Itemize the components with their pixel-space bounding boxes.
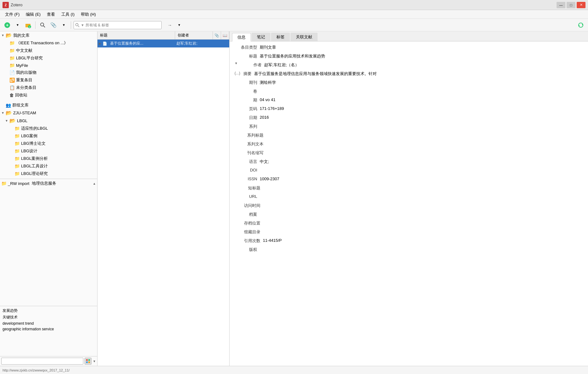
volume-value[interactable] xyxy=(260,88,583,95)
call-number-label: 引用次数 xyxy=(235,237,263,244)
tag-item-geo-info[interactable]: geographic information service xyxy=(1,326,96,332)
tag-color-button[interactable] xyxy=(85,358,92,365)
tree-item-myfile[interactable]: 📁 MyFile xyxy=(0,62,97,69)
tree-label-publications: 我的出版物 xyxy=(16,70,36,75)
tree-item-lbgl-theory[interactable]: 📁 LBGL理论研究 xyxy=(0,170,97,177)
title-value[interactable]: 基于位置服务的应用技术和发展趋势 xyxy=(260,53,583,60)
maximize-button[interactable]: □ xyxy=(567,2,575,8)
tree-item-lbgl-platform[interactable]: 📁 LBGL平台研究 xyxy=(0,54,97,62)
field-doi: DOI xyxy=(235,167,583,174)
new-item-button[interactable]: + xyxy=(3,21,12,30)
minimize-button[interactable]: — xyxy=(557,2,565,8)
tag-search-bar: ▼ xyxy=(0,356,97,366)
call-number-value[interactable]: 11-4415/P xyxy=(263,237,583,244)
tree-item-publications[interactable]: 📄 我的出版物 xyxy=(0,69,97,76)
tree-label-lbgl-platform: LBGL平台研究 xyxy=(16,55,43,61)
list-item-1[interactable]: ▶ 📄 基于位置服务的应... 赵军;车红岩; xyxy=(97,40,229,48)
access-date-value[interactable] xyxy=(263,202,583,209)
date-value[interactable]: 2016 xyxy=(260,114,583,121)
menu-help[interactable]: 帮助 (H) xyxy=(78,11,98,18)
issn-label: ISSN xyxy=(235,176,260,183)
abstract-value[interactable]: 基于位置服务是地理信息应用与服务领域快速发展的重要技术。针对 xyxy=(254,70,583,77)
field-call-number: 引用次数 11-4415/P xyxy=(235,237,583,244)
field-rights: 版权 xyxy=(235,246,583,253)
doi-value[interactable] xyxy=(260,167,583,174)
my-library-root[interactable]: ▼ 📂 我的文库 xyxy=(0,31,97,39)
expand-arrow: ▼ xyxy=(1,34,6,37)
new-collection-button[interactable]: + xyxy=(23,21,33,30)
pages-value[interactable]: 171-176+189 xyxy=(260,106,583,112)
url-value[interactable] xyxy=(260,193,583,200)
tree-item-lbgl-cases[interactable]: 📁 LBGL案例分析 xyxy=(0,155,97,162)
tree-item-duplicates[interactable]: 🔁 重复条目 xyxy=(0,76,97,84)
tree-item-trash[interactable]: 🗑 回收站 xyxy=(0,91,97,99)
col-header-creator[interactable]: 创建者 xyxy=(175,31,213,39)
attach-button[interactable]: 📎 xyxy=(49,21,58,30)
find-button[interactable] xyxy=(38,21,47,30)
series-text-value[interactable] xyxy=(266,141,583,148)
tab-info[interactable]: 信息 xyxy=(232,33,251,41)
col-header-title[interactable]: 标题 xyxy=(97,31,175,39)
main-layout: ▼ 📂 我的文库 📁 《IEEE Transactions on ...》 📁 … xyxy=(0,31,588,366)
language-value[interactable]: 中文; xyxy=(260,158,583,165)
series-value[interactable] xyxy=(260,123,583,130)
archive-label: 档案 xyxy=(235,211,260,218)
nav-dropdown[interactable]: ▼ xyxy=(175,21,184,30)
zju-steam-root[interactable]: ▼ 📂 ZJU-STEAM xyxy=(0,109,97,117)
menu-view[interactable]: 查看 xyxy=(44,11,58,18)
close-button[interactable]: ✕ xyxy=(577,2,585,8)
window-controls: — □ ✕ xyxy=(557,2,585,8)
library-catalog-value[interactable] xyxy=(263,229,583,236)
tree-item-lbgl-tools[interactable]: 📁 LBGL工具设计 xyxy=(0,162,97,170)
journal-abbr-value[interactable] xyxy=(266,149,583,156)
rw-import-group[interactable]: 📁 _RW import 地理信息服务 xyxy=(0,180,58,187)
tag-item-dev-trend[interactable]: development trend xyxy=(1,321,96,326)
tag-item-key-tech[interactable]: 关键技术 xyxy=(1,314,96,321)
tab-related[interactable]: 关联文献 xyxy=(291,33,318,41)
tree-label-trash: 回收站 xyxy=(15,92,27,98)
item-type-value[interactable]: 期刊文章 xyxy=(260,44,583,51)
issue-value[interactable]: 04 vo 41 xyxy=(260,97,583,104)
rights-value[interactable] xyxy=(260,246,583,253)
new-item-dropdown[interactable]: ▼ xyxy=(13,21,22,30)
tree-item-unsorted[interactable]: 📋 未分类条目 xyxy=(0,84,97,91)
tree-item-chinese[interactable]: 📁 中文文献 xyxy=(0,47,97,54)
list-header: 标题 创建者 📎 📖 xyxy=(97,31,229,40)
tree-item-lbg-cases[interactable]: 📁 LBG案例 xyxy=(0,132,97,140)
scroll-down-arrow[interactable]: ▼ xyxy=(93,360,96,363)
tree-item-lbg-phd[interactable]: 📁 LBG博士论文 xyxy=(0,140,97,147)
attach-dropdown[interactable]: ▼ xyxy=(59,21,68,30)
tree-item-adaptive-lbgl[interactable]: 📁 适应性的LBGL xyxy=(0,125,97,132)
journal-value[interactable]: 测绘科学 xyxy=(260,79,583,86)
author-value[interactable]: 赵军;车红岩;（名） xyxy=(264,62,583,68)
search-input[interactable] xyxy=(86,23,160,27)
short-title-value[interactable] xyxy=(263,185,583,192)
author-toggle-icon[interactable]: ▼ xyxy=(235,62,239,68)
tab-tags[interactable]: 标签 xyxy=(271,33,290,41)
col-header-attach[interactable]: 📎 xyxy=(213,31,221,39)
item-type-label: 条目类型 xyxy=(235,44,260,51)
tree-item-lbgl[interactable]: ▼ 📂 LBGL xyxy=(0,117,97,125)
tag-area: 发展趋势 关键技术 development trend geographic i… xyxy=(0,306,97,356)
issn-value[interactable]: 1009-2307 xyxy=(260,176,583,183)
tag-search-input[interactable] xyxy=(1,358,83,365)
tree-item-lbg-design[interactable]: 📁 LBG设计 xyxy=(0,147,97,155)
tree-item-ieee[interactable]: 📁 《IEEE Transactions on ...》 xyxy=(0,39,97,47)
menu-file[interactable]: 文件 (F) xyxy=(3,11,22,18)
col-header-read[interactable]: 📖 xyxy=(221,31,229,39)
my-library-icon: 📂 xyxy=(6,32,12,38)
tab-notes[interactable]: 笔记 xyxy=(252,33,270,41)
menu-tools[interactable]: 工具 (I) xyxy=(59,11,77,18)
menu-edit[interactable]: 编辑 (E) xyxy=(23,11,43,18)
trash-icon: 🗑 xyxy=(9,93,14,98)
scroll-up-arrow[interactable]: ▲ xyxy=(93,182,97,185)
tag-item-trend[interactable]: 发展趋势 xyxy=(1,307,96,314)
archive-location-value[interactable] xyxy=(263,220,583,227)
series-title-value[interactable] xyxy=(266,132,583,139)
detail-tabs: 信息 笔记 标签 关联文献 xyxy=(230,31,588,41)
nav-forward[interactable]: → xyxy=(165,21,174,30)
tree-label-lbgl-cases: LBGL案例分析 xyxy=(21,156,48,161)
sync-button[interactable] xyxy=(576,21,585,30)
tree-label-lbgl: LBGL xyxy=(17,118,27,123)
archive-value[interactable] xyxy=(260,211,583,218)
